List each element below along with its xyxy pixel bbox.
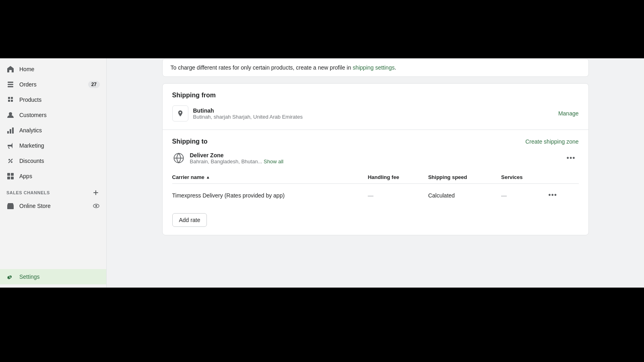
row-more-cell: ••• [545, 184, 578, 207]
shipping-from-section: Shipping from Butinah Butinah, sharjah [163, 84, 588, 130]
sidebar-label-marketing: Marketing [19, 142, 44, 149]
services-dash: — [501, 192, 507, 199]
sidebar-item-online-store[interactable]: Online Store [0, 198, 106, 214]
svg-rect-12 [11, 177, 14, 179]
notice-bar: To charge different rates for only certa… [162, 58, 589, 77]
notice-suffix: . [394, 64, 396, 71]
pin-icon [177, 110, 184, 117]
shipping-to-title: Shipping to [172, 138, 208, 145]
analytics-icon [6, 126, 14, 134]
zone-info: Deliver Zone Bahrain, Bangladesh, Bhutan… [190, 152, 559, 165]
shipping-card: Shipping from Butinah Butinah, sharjah [162, 83, 589, 235]
svg-rect-6 [12, 128, 14, 134]
handling-fee-cell: — [368, 184, 428, 207]
sidebar-item-analytics[interactable]: Analytics [0, 123, 106, 138]
orders-icon [6, 80, 14, 88]
settings-icon [6, 273, 14, 281]
sidebar-label-orders: Orders [19, 81, 37, 88]
manage-link[interactable]: Manage [558, 110, 579, 117]
rates-table: Carrier name ▲ Handling fee Shipping spe… [172, 171, 579, 207]
sidebar-label-apps: Apps [19, 173, 32, 179]
main-content: To charge different rates for only certa… [107, 58, 644, 288]
sidebar-label-analytics: Analytics [19, 127, 42, 134]
marketing-icon [6, 142, 14, 150]
shipping-to-section: Shipping to Create shipping zone Deli [163, 130, 588, 235]
customers-icon [6, 111, 14, 119]
sidebar-label-online-store: Online Store [19, 203, 51, 209]
sidebar-label-discounts: Discounts [19, 158, 44, 164]
row-more-button[interactable]: ••• [545, 189, 560, 201]
sort-arrow-icon: ▲ [206, 175, 210, 179]
table-row: Timexpress Delivery (Rates provided by a… [172, 184, 579, 207]
zone-name: Deliver Zone [190, 152, 559, 158]
sidebar-item-products[interactable]: Products [0, 92, 106, 107]
location-icon-box [172, 105, 188, 121]
location-row: Butinah Butinah, sharjah Sharjah, United… [172, 105, 579, 121]
home-icon [6, 65, 14, 73]
sidebar-item-settings[interactable]: Settings [0, 269, 106, 284]
svg-rect-9 [7, 173, 10, 176]
location-address: Butinah, sharjah Sharjah, United Arab Em… [193, 114, 553, 120]
sidebar: Home Orders 27 Products [0, 58, 107, 288]
zone-row: Deliver Zone Bahrain, Bangladesh, Bhutan… [172, 152, 579, 165]
sidebar-label-customers: Customers [19, 112, 47, 118]
shipping-speed-header: Shipping speed [428, 171, 501, 184]
sidebar-label-home: Home [19, 66, 34, 72]
sidebar-label-products: Products [19, 97, 41, 103]
handling-dash: — [368, 192, 374, 199]
svg-rect-10 [11, 173, 14, 176]
svg-rect-5 [10, 129, 11, 134]
svg-rect-11 [7, 177, 10, 179]
sidebar-item-marketing[interactable]: Marketing [0, 138, 106, 153]
notice-text: To charge different rates for only certa… [171, 64, 353, 71]
services-cell: — [501, 184, 545, 207]
svg-rect-14 [9, 206, 12, 209]
add-rate-button[interactable]: Add rate [172, 213, 207, 227]
apps-icon [6, 172, 14, 180]
show-all-link[interactable]: Show all [264, 158, 283, 165]
online-store-eye-button[interactable] [93, 202, 100, 210]
carrier-name-header: Carrier name ▲ [172, 171, 368, 184]
svg-point-3 [9, 112, 12, 115]
add-sales-channel-button[interactable] [92, 189, 100, 197]
handling-fee-header: Handling fee [368, 171, 428, 184]
shipping-from-title: Shipping from [172, 92, 579, 99]
sales-channels-label: SALES CHANNELS [6, 190, 50, 195]
sidebar-item-orders[interactable]: Orders 27 [0, 77, 106, 92]
shipping-speed-cell: Calculated [428, 184, 501, 207]
svg-rect-1 [8, 84, 13, 85]
zone-more-button[interactable]: ••• [564, 152, 579, 164]
products-icon [6, 96, 14, 104]
svg-rect-2 [8, 86, 13, 87]
svg-rect-0 [8, 82, 13, 83]
svg-point-8 [11, 161, 12, 163]
svg-point-7 [8, 159, 10, 160]
svg-point-16 [95, 205, 97, 207]
globe-icon [172, 152, 185, 165]
top-black-bar [0, 0, 644, 58]
store-icon [6, 202, 14, 210]
sidebar-item-home[interactable]: Home [0, 62, 106, 77]
services-header: Services [501, 171, 545, 184]
carrier-name-cell: Timexpress Delivery (Rates provided by a… [172, 184, 368, 207]
location-name: Butinah [193, 107, 553, 114]
zone-countries: Bahrain, Bangladesh, Bhutan... Show all [190, 158, 559, 165]
sidebar-label-settings: Settings [19, 274, 40, 280]
sidebar-item-customers[interactable]: Customers [0, 107, 106, 123]
orders-badge: 27 [88, 81, 100, 88]
location-info: Butinah Butinah, sharjah Sharjah, United… [193, 107, 553, 120]
shipping-to-header: Shipping to Create shipping zone [172, 138, 579, 145]
bottom-black-bar [0, 288, 644, 362]
zone-countries-text: Bahrain, Bangladesh, Bhutan... [190, 158, 262, 165]
sales-channels-section: SALES CHANNELS [0, 184, 106, 198]
svg-rect-4 [7, 131, 9, 134]
discounts-icon [6, 157, 14, 165]
shipping-settings-link[interactable]: shipping settings [353, 64, 394, 71]
sidebar-item-discounts[interactable]: Discounts [0, 153, 106, 169]
actions-header [545, 171, 578, 184]
create-shipping-zone-link[interactable]: Create shipping zone [525, 138, 578, 145]
sidebar-item-apps[interactable]: Apps [0, 169, 106, 184]
